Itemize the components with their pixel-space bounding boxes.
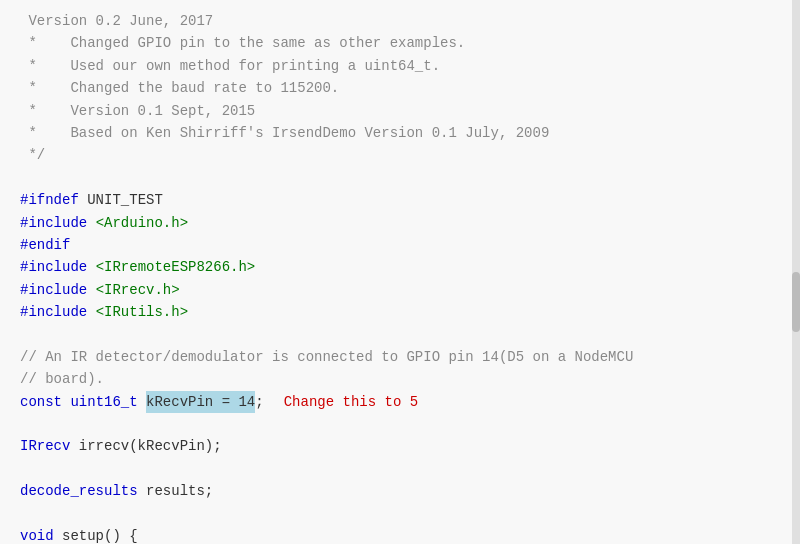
blank: [20, 458, 28, 480]
comment-text: // An IR detector/demodulator is connect…: [20, 346, 633, 368]
code-line-4: * Changed the baud rate to 115200.: [0, 77, 800, 99]
code-text: results;: [146, 480, 213, 502]
type-text: decode_results: [20, 480, 146, 502]
include-file-text: <IRutils.h>: [96, 301, 188, 323]
code-line-23: [0, 503, 800, 525]
code-line-12: #include <IRremoteESP8266.h>: [0, 256, 800, 278]
code-text: setup() {: [62, 525, 138, 544]
comment-text: Version 0.2 June, 2017: [20, 10, 213, 32]
code-line-17: // board).: [0, 368, 800, 390]
comment-text: // board).: [20, 368, 104, 390]
code-line-18: const uint16_t kRecvPin = 14; Change thi…: [0, 391, 800, 413]
include-file-text: <IRrecv.h>: [96, 279, 180, 301]
type-text: void: [20, 525, 62, 544]
code-line-7: */: [0, 144, 800, 166]
type-keyword: uint16_t: [70, 391, 146, 413]
blank: [20, 167, 28, 189]
annotation-text: Change this to 5: [284, 391, 418, 413]
preprocessor-text: #include: [20, 212, 96, 234]
blank: [20, 323, 28, 345]
blank: [20, 413, 28, 435]
code-line-11: #endif: [0, 234, 800, 256]
comment-text: * Changed the baud rate to 115200.: [20, 77, 339, 99]
code-line-2: * Changed GPIO pin to the same as other …: [0, 32, 800, 54]
comment-text: * Based on Ken Shirriff's IrsendDemo Ver…: [20, 122, 549, 144]
preprocessor-text: #include: [20, 279, 96, 301]
code-text: irrecv(kRecvPin);: [79, 435, 222, 457]
include-file-text: <Arduino.h>: [96, 212, 188, 234]
code-line-9: #ifndef UNIT_TEST: [0, 189, 800, 211]
preprocessor-text: #ifndef: [20, 189, 87, 211]
code-line-13: #include <IRrecv.h>: [0, 279, 800, 301]
code-line-1: Version 0.2 June, 2017: [0, 10, 800, 32]
preprocessor-text: #include: [20, 301, 96, 323]
code-line-14: #include <IRutils.h>: [0, 301, 800, 323]
highlighted-code: kRecvPin = 14: [146, 391, 255, 413]
comment-text: * Used our own method for printing a uin…: [20, 55, 440, 77]
type-keyword: const: [20, 391, 70, 413]
vertical-scrollbar[interactable]: [792, 0, 800, 544]
preprocessor-text: #endif: [20, 234, 70, 256]
code-line-15: [0, 323, 800, 345]
code-line-8: [0, 167, 800, 189]
code-line-16: // An IR detector/demodulator is connect…: [0, 346, 800, 368]
type-text: IRrecv: [20, 435, 79, 457]
code-line-20: IRrecv irrecv(kRecvPin);: [0, 435, 800, 457]
code-line-5: * Version 0.1 Sept, 2015: [0, 100, 800, 122]
comment-text: * Version 0.1 Sept, 2015: [20, 100, 255, 122]
comment-text: */: [20, 144, 45, 166]
code-line-10: #include <Arduino.h>: [0, 212, 800, 234]
code-editor: Version 0.2 June, 2017 * Changed GPIO pi…: [0, 0, 800, 544]
code-line-24: void setup() {: [0, 525, 800, 544]
code-line-6: * Based on Ken Shirriff's IrsendDemo Ver…: [0, 122, 800, 144]
code-line-22: decode_results results;: [0, 480, 800, 502]
code-text: UNIT_TEST: [87, 189, 163, 211]
code-line-21: [0, 458, 800, 480]
scrollbar-thumb[interactable]: [792, 272, 800, 332]
code-line-3: * Used our own method for printing a uin…: [0, 55, 800, 77]
include-file-text: <IRremoteESP8266.h>: [96, 256, 256, 278]
code-text: ;: [255, 391, 263, 413]
comment-text: * Changed GPIO pin to the same as other …: [20, 32, 465, 54]
preprocessor-text: #include: [20, 256, 96, 278]
blank: [20, 503, 28, 525]
code-line-19: [0, 413, 800, 435]
